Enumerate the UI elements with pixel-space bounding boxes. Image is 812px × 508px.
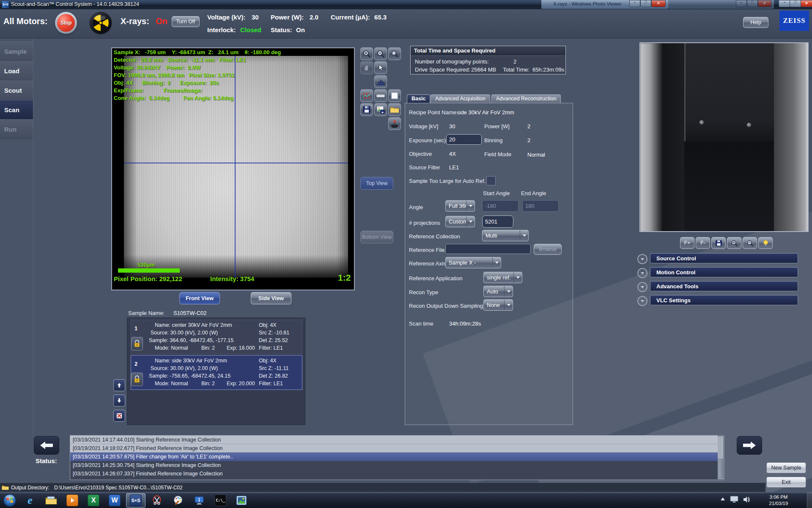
tab-basic[interactable]: Basic <box>407 94 430 103</box>
log-row-selected[interactable]: [03/19/2021 14:20:57.675] Filter change … <box>70 453 718 461</box>
taskbar-clock[interactable]: 3:06 PM 21/03/19 <box>760 494 797 507</box>
ref-collection-dropdown[interactable]: Multi <box>482 230 529 241</box>
taskbar-snipping-tool[interactable] <box>147 493 167 508</box>
pan-hand-button[interactable] <box>360 61 373 74</box>
tray-display-icon[interactable] <box>730 496 738 505</box>
taskbar-scout-and-scan[interactable]: S+S <box>126 493 145 508</box>
turn-off-button[interactable]: Turn Off <box>172 16 200 27</box>
light-button[interactable] <box>758 237 773 249</box>
histogram-button[interactable] <box>374 75 387 88</box>
taskbar-file-explorer[interactable] <box>41 493 61 508</box>
tray-expand-icon[interactable] <box>721 497 725 500</box>
bg-maximize-button[interactable] <box>640 0 651 7</box>
angle-dropdown[interactable]: Full 360 <box>445 200 475 212</box>
browse-button[interactable]: Browse <box>534 244 562 255</box>
previous-step-button[interactable] <box>34 436 59 455</box>
delete-item-button[interactable] <box>113 410 125 422</box>
zoom-out-button[interactable] <box>374 47 387 60</box>
recipe-point-item-1[interactable]: Name: center 30kV Air FoV 2mm Obj: 4X So… <box>131 320 302 354</box>
tab-advanced-acquisition[interactable]: Advanced Acquisition <box>431 94 490 103</box>
open-folder-button[interactable] <box>388 103 401 116</box>
exposure-input[interactable] <box>446 134 482 145</box>
start-button[interactable] <box>3 493 17 508</box>
new-sample-button[interactable]: New Sample <box>766 462 806 473</box>
bg2-close-button[interactable] <box>758 0 771 7</box>
taskbar-internet-explorer[interactable]: e <box>20 493 40 508</box>
log-scrollbar[interactable] <box>718 436 724 479</box>
joystick-button[interactable] <box>388 117 401 130</box>
bg-close-button[interactable] <box>651 0 666 7</box>
sidebar-item-load[interactable]: Load <box>0 61 33 80</box>
ruler-button[interactable] <box>374 89 387 102</box>
recon-down-dropdown[interactable]: None <box>483 299 513 311</box>
log-scrollbar-thumb[interactable] <box>718 459 723 478</box>
top-view-button[interactable]: Top View <box>360 177 393 190</box>
bg2-maximize-button[interactable] <box>747 0 758 7</box>
background-window-titlebar[interactable]: X-rays - Windows Photo Viewer <box>541 0 668 9</box>
taskbar-media-player[interactable] <box>63 493 82 508</box>
item-1-lock-button[interactable] <box>131 337 143 351</box>
ref-application-dropdown[interactable]: single ref. <box>483 272 522 283</box>
side-view-button[interactable]: Side View <box>251 292 291 304</box>
camera-zoom-out-button[interactable] <box>743 237 757 249</box>
camera-zoom-in-button[interactable] <box>727 237 741 249</box>
show-desktop-button[interactable] <box>807 492 812 508</box>
accordion-vlc-settings[interactable]: VLC Settings <box>650 295 798 305</box>
log-row[interactable]: [03/19/2021 14:26:07.337] Finished Refer… <box>70 469 718 478</box>
save-image-button[interactable] <box>374 103 387 116</box>
move-up-button[interactable] <box>113 379 125 391</box>
next-step-button[interactable] <box>737 436 762 455</box>
item-2-lock-button[interactable] <box>131 373 143 386</box>
projections-mode-dropdown[interactable]: Custom <box>445 216 475 227</box>
vlc-settings-chevron-icon[interactable] <box>637 296 647 306</box>
log-row[interactable]: [03/19/2021 14:25:30.754] Starting Refer… <box>70 461 718 469</box>
zoom-fit-button[interactable] <box>388 47 401 60</box>
taskbar-command-prompt[interactable]: C:\_ <box>211 493 230 508</box>
tray-volume-icon[interactable] <box>743 496 750 505</box>
maximize-button[interactable] <box>790 0 801 7</box>
accordion-advanced-tools[interactable]: Advanced Tools <box>650 281 798 291</box>
focus-plus-button[interactable]: F+ <box>680 237 694 249</box>
ref-axis-dropdown[interactable]: Sample X - <box>445 257 501 268</box>
tab-advanced-reconstruction[interactable]: Advanced Reconstruction <box>491 94 561 103</box>
taskbar-photo-viewer[interactable] <box>232 493 251 508</box>
taskbar-word[interactable]: W <box>105 493 124 508</box>
front-view-button[interactable]: Front View <box>179 292 220 304</box>
accordion-motion-control[interactable]: Motion Control <box>650 267 798 277</box>
line-profile-button[interactable] <box>360 89 373 102</box>
accordion-source-control[interactable]: Source Control <box>650 253 798 263</box>
ref-file-input[interactable] <box>445 244 531 254</box>
source-control-chevron-icon[interactable] <box>637 254 647 264</box>
end-angle-input[interactable] <box>522 200 559 212</box>
motion-control-chevron-icon[interactable] <box>637 268 647 278</box>
select-cursor-button[interactable] <box>374 61 387 74</box>
sidebar-item-run[interactable]: Run <box>0 119 33 139</box>
scout-image-panel[interactable]: Sample X: -759 um Y: -68473 um Z: 24.1 u… <box>111 47 355 290</box>
bg-minimize-button[interactable] <box>629 0 640 7</box>
log-row[interactable]: [03/19/2021 14:17:44.010] Starting Refer… <box>70 436 718 444</box>
region-select-button[interactable] <box>388 89 401 102</box>
log-row[interactable]: [03/19/2021 14:18:02.677] Finished Refer… <box>70 444 718 453</box>
bg2-minimize-button[interactable] <box>736 0 747 7</box>
camera-save-button[interactable] <box>711 237 726 249</box>
help-button[interactable]: Help <box>743 17 768 28</box>
too-large-checkbox[interactable] <box>486 176 496 185</box>
minimize-button[interactable] <box>779 0 790 7</box>
taskbar-paint[interactable] <box>168 493 188 508</box>
save-button[interactable] <box>360 103 373 116</box>
focus-minus-button[interactable]: F- <box>696 237 710 249</box>
taskbar-system-info[interactable] <box>189 493 209 508</box>
projections-input[interactable] <box>482 215 513 228</box>
stop-button[interactable]: Stop <box>55 12 77 34</box>
sidebar-item-sample[interactable]: Sample <box>0 41 33 61</box>
bottom-view-button[interactable]: Bottom View <box>360 231 393 243</box>
move-down-button[interactable] <box>113 395 125 406</box>
taskbar-excel[interactable]: X <box>84 493 103 508</box>
recon-type-dropdown[interactable]: Auto <box>483 286 513 297</box>
close-button[interactable] <box>801 0 812 7</box>
advanced-tools-chevron-icon[interactable] <box>637 282 647 292</box>
start-angle-input[interactable] <box>482 200 518 212</box>
zoom-in-button[interactable] <box>360 47 373 60</box>
recipe-point-item-2[interactable]: Name: side 30kV Air FoV 2mm Obj: 4X Sour… <box>131 355 302 390</box>
exit-button[interactable]: Exit <box>766 477 806 488</box>
